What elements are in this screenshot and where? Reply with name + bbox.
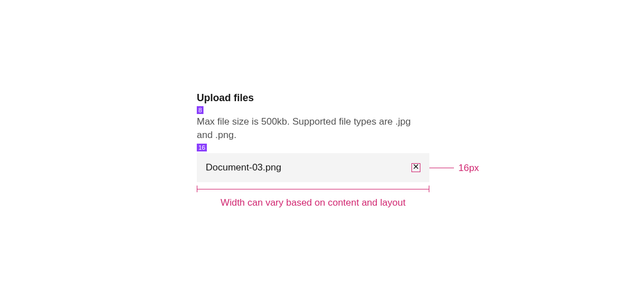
file-item: Document-03.png (197, 153, 429, 182)
annotation-connector-line (429, 168, 454, 168)
upload-description: Max file size is 500kb. Supported file t… (197, 115, 418, 142)
annotation-icon-size: 16px (458, 163, 479, 174)
spacing-badge-8: 8 (197, 106, 203, 114)
measure-bracket (197, 184, 429, 191)
remove-file-button[interactable] (411, 163, 420, 172)
spacing-badge-16: 16 (197, 144, 207, 151)
annotation-width-note: Width can vary based on content and layo… (197, 197, 429, 208)
file-name: Document-03.png (206, 162, 281, 173)
upload-title: Upload files (197, 92, 448, 105)
close-icon (413, 163, 419, 172)
